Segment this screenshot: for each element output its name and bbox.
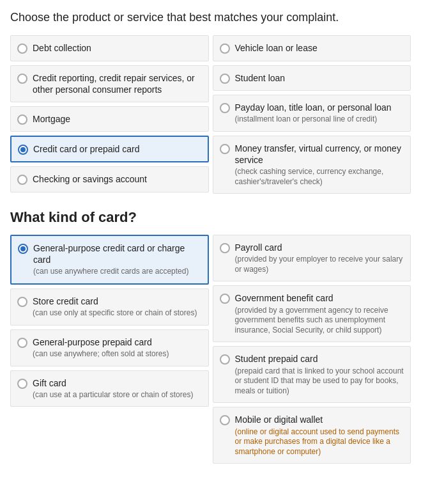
sublabel-general-purpose-prepaid: (can use anywhere; often sold at stores) <box>33 349 202 359</box>
sublabel-money-transfer: (check cashing service, currency exchang… <box>235 167 404 187</box>
label-payday-loan: Payday loan, title loan, or personal loa… <box>235 102 404 113</box>
radio-gift-card <box>17 379 27 389</box>
sublabel-payroll-card: (provided by your employer to receive yo… <box>235 255 404 274</box>
sublabel-store-credit: (can use only at specific store or chain… <box>33 308 202 319</box>
label-general-purpose-credit: General-purpose credit card or charge ca… <box>33 242 201 265</box>
option-general-purpose-prepaid[interactable]: General-purpose prepaid card (can use an… <box>10 329 209 366</box>
radio-general-purpose-credit <box>18 244 28 254</box>
radio-mortgage <box>17 114 27 125</box>
label-store-credit: Store credit card <box>33 295 202 307</box>
radio-payday-loan <box>220 103 230 113</box>
option-mobile-wallet[interactable]: Mobile or digital wallet (online or digi… <box>213 407 411 464</box>
option-gift-card[interactable]: Gift card (can use at a particular store… <box>10 370 209 407</box>
label-payroll-card: Payroll card <box>235 242 404 253</box>
option-debt-collection[interactable]: Debt collection <box>10 35 209 61</box>
radio-payroll-card <box>220 243 230 253</box>
label-general-purpose-prepaid: General-purpose prepaid card <box>33 336 202 348</box>
sublabel-mobile-wallet: (online or digital account used to send … <box>235 427 404 457</box>
section2-grid: General-purpose credit card or charge ca… <box>10 235 411 464</box>
radio-mobile-wallet <box>220 415 230 425</box>
option-checking-savings[interactable]: Checking or savings account <box>10 166 209 192</box>
radio-credit-card <box>18 145 28 155</box>
label-vehicle-loan: Vehicle loan or lease <box>235 42 404 54</box>
section1-title: Choose the product or service that best … <box>10 10 411 25</box>
radio-government-benefit <box>220 294 230 304</box>
option-money-transfer[interactable]: Money transfer, virtual currency, or mon… <box>213 136 411 194</box>
section2-title: What kind of card? <box>10 209 411 226</box>
label-gift-card: Gift card <box>33 377 202 389</box>
label-checking-savings: Checking or savings account <box>33 173 202 185</box>
option-credit-card[interactable]: Credit card or prepaid card <box>10 136 209 162</box>
radio-store-credit <box>17 297 27 307</box>
option-student-prepaid[interactable]: Student prepaid card (prepaid card that … <box>213 346 411 403</box>
label-government-benefit: Government benefit card <box>235 292 404 304</box>
option-credit-reporting[interactable]: Credit reporting, credit repair services… <box>10 65 209 102</box>
option-payroll-card[interactable]: Payroll card (provided by your employer … <box>213 235 411 281</box>
option-payday-loan[interactable]: Payday loan, title loan, or personal loa… <box>213 95 411 132</box>
sublabel-general-purpose-credit: (can use anywhere credit cards are accep… <box>33 267 201 277</box>
radio-vehicle-loan <box>220 43 230 54</box>
label-student-loan: Student loan <box>235 72 404 84</box>
radio-debt-collection <box>17 43 27 54</box>
option-store-credit[interactable]: Store credit card (can use only at speci… <box>10 288 209 326</box>
sublabel-payday-loan: (installment loan or personal line of cr… <box>235 114 404 125</box>
sublabel-student-prepaid: (prepaid card that is linked to your sch… <box>235 366 404 397</box>
label-student-prepaid: Student prepaid card <box>235 353 404 365</box>
label-credit-reporting: Credit reporting, credit repair services… <box>33 72 202 95</box>
option-government-benefit[interactable]: Government benefit card (provided by a g… <box>213 285 411 342</box>
radio-checking-savings <box>17 175 27 185</box>
radio-credit-reporting <box>17 74 27 84</box>
sublabel-gift-card: (can use at a particular store or chain … <box>33 390 202 400</box>
sublabel-government-benefit: (provided by a government agency to rece… <box>235 306 404 336</box>
option-mortgage[interactable]: Mortgage <box>10 106 209 132</box>
option-vehicle-loan[interactable]: Vehicle loan or lease <box>213 35 411 61</box>
radio-general-purpose-prepaid <box>17 338 27 348</box>
radio-student-loan <box>220 74 230 84</box>
section1-grid: Debt collection Credit reporting, credit… <box>10 35 411 194</box>
radio-money-transfer <box>220 144 230 154</box>
radio-student-prepaid <box>220 354 230 365</box>
label-money-transfer: Money transfer, virtual currency, or mon… <box>235 143 404 166</box>
label-mobile-wallet: Mobile or digital wallet <box>235 414 404 425</box>
label-credit-card: Credit card or prepaid card <box>33 143 201 155</box>
option-general-purpose-credit[interactable]: General-purpose credit card or charge ca… <box>10 235 209 285</box>
label-debt-collection: Debt collection <box>33 42 202 54</box>
option-student-loan[interactable]: Student loan <box>213 65 411 91</box>
label-mortgage: Mortgage <box>33 113 202 125</box>
